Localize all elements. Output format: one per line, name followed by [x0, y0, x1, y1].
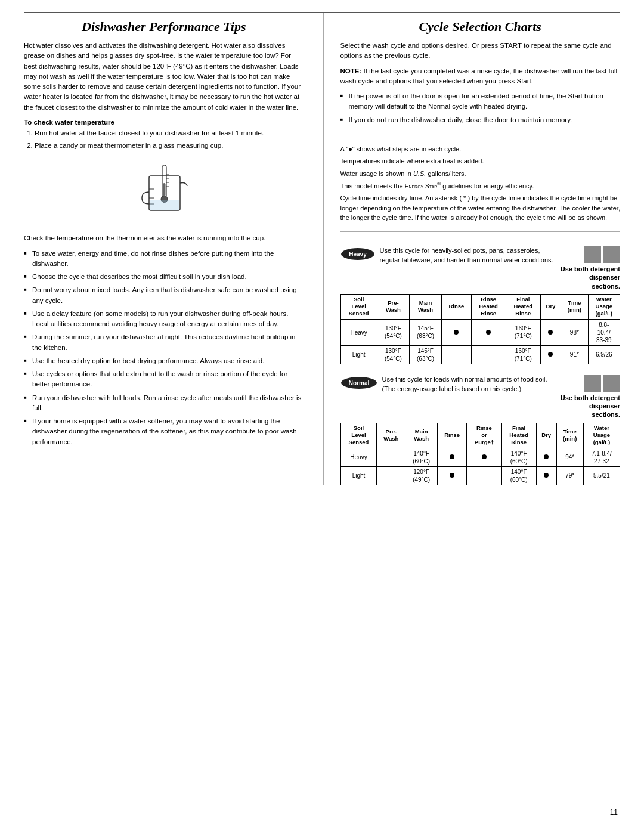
ntd-rinse-heavy — [438, 448, 467, 466]
normal-row-heavy: Heavy 140°F(60°C) 140°F(60°C) 94* 7.1-8.… — [340, 448, 620, 466]
normal-cycle-header: Normal Use this cycle for loads with nor… — [340, 375, 621, 419]
heavy-use-text: Use both detergentdispensersections. — [561, 265, 620, 290]
ntd-mainwash-heavy: 140°F(60°C) — [405, 448, 438, 466]
td-rinseheated-light — [471, 345, 506, 364]
note-paragraph: NOTE: If the last cycle you completed wa… — [340, 66, 621, 87]
svg-text:Normal: Normal — [348, 380, 369, 386]
ntd-soil-light: Light — [340, 466, 377, 485]
dot-dry-light — [548, 352, 553, 357]
ndot-rinsepurge-heavy — [482, 454, 487, 459]
normal-square-1 — [584, 375, 601, 392]
energy-note: This model meets the Energy Star® guidel… — [340, 181, 621, 191]
heavy-cycle-aside: Use both detergentdispensersections. — [561, 246, 620, 290]
ntd-time-heavy: 94* — [556, 448, 583, 466]
td-rinseheated-heavy — [471, 319, 506, 345]
ntd-dry-heavy — [536, 448, 556, 466]
td-soil-light: Light — [340, 345, 377, 364]
ntd-mainwash-light: 120°F(49°C) — [405, 466, 438, 485]
dot-rinseheated-heavy — [486, 330, 491, 335]
numbered-steps: Run hot water at the faucet closest to y… — [24, 128, 304, 151]
svg-rect-5 — [163, 183, 165, 196]
left-column: Dishwasher Performance Tips Hot water di… — [24, 13, 304, 485]
right-divider-2 — [340, 231, 621, 232]
ntd-prewash-light — [377, 466, 405, 485]
ntd-water-light: 5.5/21 — [583, 466, 620, 485]
ndot-rinse-heavy — [450, 454, 454, 459]
svg-text:Heavy: Heavy — [349, 251, 367, 258]
dot-rinse-heavy — [454, 330, 459, 335]
td-mainwash-heavy: 145°F(63°C) — [409, 319, 441, 345]
ntd-dry-light — [536, 466, 556, 485]
step-2: Place a candy or meat thermometer in a g… — [35, 141, 304, 151]
nth-dry: Dry — [536, 423, 556, 448]
nth-rinse-purge: RinseorPurge† — [467, 423, 502, 448]
bullet-6: Use the heated dry option for best dryin… — [24, 356, 304, 366]
svg-rect-11 — [150, 200, 179, 210]
normal-badge-container: Normal — [340, 376, 377, 391]
heavy-cycle-squares — [584, 246, 620, 263]
right-bullet-1: If the power is off or the door is open … — [340, 91, 621, 112]
normal-square-2 — [603, 375, 620, 392]
ntd-prewash-heavy — [377, 448, 405, 466]
td-water-heavy: 8.8-10.4/33-39 — [588, 319, 620, 345]
cycle-time-note: Cycle time includes dry time. An asteris… — [340, 193, 621, 223]
ndot-rinse-light — [450, 473, 454, 478]
heavy-cycle-header: Heavy Use this cycle for heavily-soiled … — [340, 246, 621, 290]
bullet-8: Run your dishwasher with full loads. Run… — [24, 393, 304, 414]
td-prewash-heavy: 130°F(54°C) — [377, 319, 409, 345]
normal-cycle-section: Normal Use this cycle for loads with nor… — [340, 375, 621, 485]
ndot-dry-light — [544, 473, 549, 478]
right-bullets: If the power is off or the door is open … — [340, 91, 621, 128]
nth-soil: SoilLevelSensed — [340, 423, 377, 448]
heavy-cycle-table: SoilLevelSensed Pre-Wash MainWash Rinse … — [340, 294, 621, 364]
td-time-light: 91* — [561, 345, 588, 364]
heavy-row-light: Light 130°F(54°C) 145°F(63°C) 160°F(71°C… — [340, 345, 620, 364]
dot-dry-heavy — [548, 330, 553, 335]
td-dry-light — [540, 345, 561, 364]
note-text: If the last cycle you completed was a ri… — [340, 67, 618, 85]
nth-final-heated: FinalHeatedRinse — [501, 423, 536, 448]
normal-cycle-aside: Use both detergentdispensersections. — [561, 375, 620, 419]
heavy-cycle-section: Heavy Use this cycle for heavily-soiled … — [340, 246, 621, 364]
bullet-1: To save water, energy and time, do not r… — [24, 249, 304, 270]
bullet-list: To save water, energy and time, do not r… — [24, 249, 304, 447]
temp-note: Temperatures indicate where extra heat i… — [340, 156, 621, 166]
heavy-cycle-desc: Use this cycle for heavily-soiled pots, … — [380, 246, 553, 265]
bullet-2: Choose the cycle that describes the most… — [24, 272, 304, 282]
th-rinse-heated: RinseHeatedRinse — [471, 294, 506, 319]
td-prewash-light: 130°F(54°C) — [377, 345, 409, 364]
heavy-badge-container: Heavy — [340, 247, 375, 262]
nth-time: Time(min) — [556, 423, 583, 448]
right-bullet-2: If you do not run the dishwasher daily, … — [340, 115, 621, 125]
th-prewash: Pre-Wash — [377, 294, 409, 319]
bullet-4: Use a delay feature (on some models) to … — [24, 309, 304, 330]
ntd-rinsepurge-light — [467, 466, 502, 485]
left-title: Dishwasher Performance Tips — [24, 19, 304, 35]
square-2 — [603, 246, 620, 263]
intro-text: Hot water dissolves and activates the di… — [24, 41, 304, 113]
square-1 — [584, 246, 601, 263]
bullet-7: Use cycles or options that add extra hea… — [24, 369, 304, 390]
td-rinse-heavy — [442, 319, 471, 345]
td-finalheated-light: 160°F(71°C) — [506, 345, 540, 364]
th-rinse: Rinse — [442, 294, 471, 319]
nth-prewash: Pre-Wash — [377, 423, 405, 448]
normal-use-text: Use both detergentdispensersections. — [561, 394, 620, 419]
td-dry-heavy — [540, 319, 561, 345]
td-soil-heavy: Heavy — [340, 319, 377, 345]
th-water: WaterUsage(gal/L) — [588, 294, 620, 319]
td-finalheated-heavy: 160°F(71°C) — [506, 319, 540, 345]
nth-mainwash: MainWash — [405, 423, 438, 448]
th-time: Time(min) — [561, 294, 588, 319]
ntd-water-heavy: 7.1-8.4/27-32 — [583, 448, 620, 466]
step-1: Run hot water at the faucet closest to y… — [35, 128, 304, 138]
normal-table-header-row: SoilLevelSensed Pre-Wash MainWash Rinse … — [340, 423, 620, 448]
water-note: Water usage is shown in U.S. gallons/lit… — [340, 169, 621, 179]
th-final-heated: FinalHeatedRinse — [506, 294, 540, 319]
th-dry: Dry — [540, 294, 561, 319]
right-divider-1 — [340, 138, 621, 138]
normal-cycle-table: SoilLevelSensed Pre-Wash MainWash Rinse … — [340, 423, 621, 485]
bullet-9: If your home is equipped with a water so… — [24, 416, 304, 447]
th-soil: SoilLevelSensed — [340, 294, 377, 319]
ntd-rinse-light — [438, 466, 467, 485]
